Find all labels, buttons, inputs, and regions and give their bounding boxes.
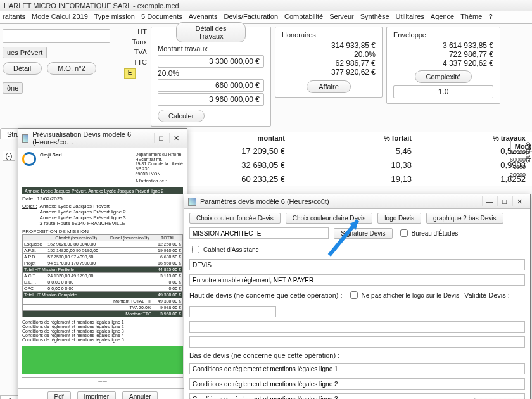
signature-button[interactable]: Signature Devis — [334, 228, 393, 239]
complexite-button[interactable]: Complexité — [415, 70, 472, 83]
menu-item[interactable]: Synthèse — [360, 13, 390, 22]
pdf-button[interactable]: Pdf — [48, 391, 71, 399]
cancel-button[interactable]: Annuler — [122, 391, 158, 399]
env-tva: 4 337 920,62 € — [393, 59, 493, 68]
max-icon[interactable]: □ — [154, 133, 168, 143]
color-dark-button[interactable]: Choix couleur foncée Devis — [189, 213, 281, 224]
travaux-ttc: 3 960 000,00 € — [158, 93, 264, 106]
menu-item[interactable]: Serveur — [329, 13, 354, 22]
axis-label: ontants — [525, 142, 532, 163]
affaire-button[interactable]: Affaire — [307, 80, 351, 93]
params-window: Paramètres devis modèle 6 (Heures/coût) … — [184, 194, 531, 399]
bas-line[interactable] — [189, 378, 525, 390]
address-block: Département du RhôneHEcentrat mt. 29-31 … — [136, 152, 184, 184]
devis-input[interactable] — [189, 259, 525, 270]
min-icon[interactable]: — — [482, 196, 496, 206]
validite-label: Validité Devis : — [464, 291, 510, 299]
close-icon[interactable]: ✕ — [512, 196, 526, 206]
env-title: Enveloppe — [393, 31, 493, 39]
e-badge: E — [124, 68, 136, 79]
date-line: Date : 12/02/2025 — [22, 196, 183, 201]
hono-title: Honoraires — [282, 31, 376, 39]
travaux-tva: 660 000,00 € — [158, 79, 264, 92]
menu-item[interactable]: 5 Documents — [141, 13, 182, 22]
menu-item[interactable]: Devis/Facturation — [224, 13, 278, 22]
bas1-label: Bas de devis (ne concerne que cette opér… — [189, 352, 339, 359]
bureau-check[interactable]: Bureau d'Études — [398, 227, 459, 239]
project-field[interactable] — [3, 29, 110, 43]
preview-titlebar[interactable]: Prévisualisation Devis modèle 6 (Heures/… — [18, 129, 187, 148]
collapse-button[interactable]: (-) — [3, 151, 15, 161]
max-icon[interactable]: □ — [497, 196, 511, 206]
params-titlebar[interactable]: Paramètres devis modèle 6 (Heures/coût) … — [184, 194, 530, 209]
env-ht: 3 614 933,85 € — [393, 41, 493, 50]
travaux-ht[interactable]: 3 300 000,00 € — [158, 55, 264, 68]
menu-item[interactable]: Utilitaires — [396, 13, 424, 22]
print-button[interactable]: Imprimer — [77, 391, 116, 399]
haut-line1[interactable] — [189, 321, 525, 332]
haut-label: Haut de devis (ne concerne que cette opé… — [189, 291, 343, 299]
menu-item[interactable]: Agence — [431, 13, 454, 22]
menu-item[interactable]: Avenants — [189, 13, 218, 22]
panel-travaux: Détail des Travaux Montant travaux 3 300… — [151, 27, 271, 127]
logo-button[interactable]: logo Devis — [377, 213, 421, 224]
zone-tag: ône — [3, 82, 23, 94]
menu-item[interactable]: Mode Calcul 2019 — [32, 13, 88, 22]
reglement-input[interactable] — [189, 274, 525, 286]
mission-input[interactable] — [189, 227, 329, 239]
logo-icon — [22, 152, 36, 166]
bas-line[interactable] — [189, 363, 525, 374]
subject-bar: Annexe Lycée Jacques Prévert, Annexe Lyc… — [22, 187, 183, 194]
menubar: raitants Mode Calcul 2019 Type mission 5… — [0, 11, 532, 24]
preview-title: Prévisualisation Devis modèle 6 (Heures/… — [32, 130, 139, 146]
app-icon — [188, 198, 196, 206]
project-tag: ues Prévert — [3, 47, 47, 58]
haut-line2[interactable] — [189, 336, 525, 348]
complexite-value[interactable]: 1.0 — [393, 86, 493, 98]
panel-enveloppe: Enveloppe 3 614 933,85 € 722 986,77 € 4 … — [386, 27, 500, 104]
montant-label: Montant travaux — [158, 45, 264, 53]
menu-item[interactable]: Comptabilité — [284, 13, 323, 22]
graph-button[interactable]: graphique 2 bas Devis — [426, 213, 504, 224]
menu-item[interactable]: Type mission — [94, 13, 135, 22]
travaux-taux: 20.0% — [158, 69, 264, 78]
prop-label: PROPOSITION DE MISSION — [22, 229, 183, 234]
detail-button[interactable]: Détail — [3, 62, 42, 75]
main-titlebar: HARLET MICRO INFORMATIQUE SARL - exemple… — [0, 0, 532, 11]
validite-input[interactable] — [189, 306, 276, 317]
calculer-button[interactable]: Calculer — [158, 110, 205, 122]
env-taux: 722 986,77 € — [393, 50, 493, 59]
color-light-button[interactable]: Choix couleur claire Devis — [286, 213, 373, 224]
quote-table: Charlet (heures/coût)Duval (heures/coût)… — [22, 234, 183, 317]
close-icon[interactable]: ✕ — [169, 133, 183, 143]
noshow-check[interactable]: Ne pas afficher le logo sur le Devis — [348, 289, 459, 301]
hono-tva: 62 986,77 € — [282, 59, 376, 68]
row-labels: HT Taux TVA TTC E — [124, 27, 147, 79]
signature-block — [22, 346, 183, 374]
menu-item[interactable]: raitants — [3, 13, 25, 22]
panel-honoraires: Honoraires 314 933,85 € 20.0% 62 986,77 … — [275, 27, 383, 98]
hono-taux: 20.0% — [282, 50, 376, 59]
axis-ticks: 80000600004000020000 — [510, 148, 526, 179]
menu-item[interactable]: Thème — [460, 13, 482, 22]
menu-item[interactable]: ? — [488, 13, 492, 22]
mo-button[interactable]: M.O. n°2 — [47, 62, 96, 75]
cabinet-check[interactable]: Cabinet d'Assistanc — [189, 244, 259, 255]
hono-ht: 314 933,85 € — [282, 41, 376, 50]
detail-travaux-button[interactable]: Détail des Travaux — [176, 22, 246, 42]
hono-ttc: 377 920,62 € — [282, 68, 376, 77]
min-icon[interactable]: — — [139, 133, 153, 143]
preview-window: Prévisualisation Devis modèle 6 (Heures/… — [18, 128, 187, 399]
params-title: Paramètres devis modèle 6 (Heures/coût) — [200, 198, 329, 205]
app-icon — [22, 134, 28, 142]
